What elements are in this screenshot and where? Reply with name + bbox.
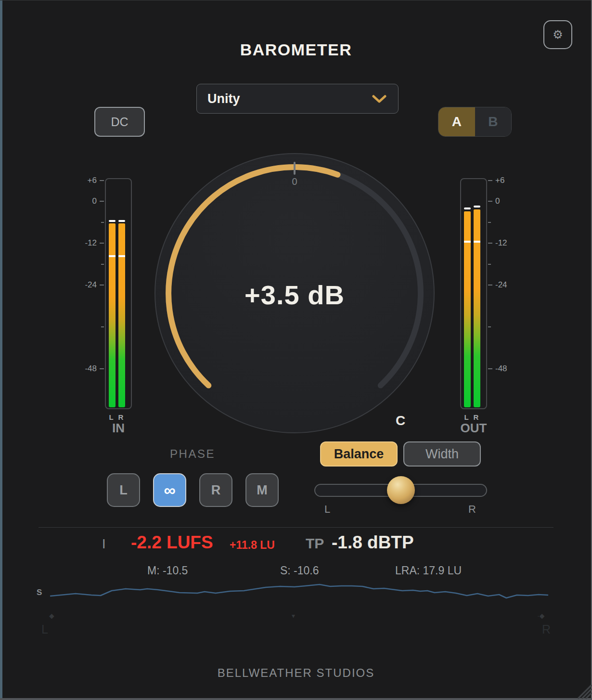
phase-button-inf[interactable]: ∞	[153, 473, 186, 507]
meter-in-channel-label: L	[108, 413, 115, 421]
meter-scale-tick	[488, 368, 492, 369]
preset-value: Unity	[207, 91, 240, 106]
meter-scale-tick	[100, 285, 104, 285]
gear-icon: ⚙	[553, 28, 563, 41]
meter-loudness-marker	[464, 241, 471, 243]
integrated-value: -2.2 LUFS	[131, 532, 213, 553]
window-edge-bottom	[0, 698, 592, 700]
stats-divider	[39, 527, 553, 528]
balance-mode-button[interactable]: Balance	[320, 441, 398, 467]
dc-button-label: DC	[111, 115, 128, 129]
meter-scale-minor-tick	[101, 326, 104, 327]
loudness-range-value: LRA: 17.9 LU	[395, 564, 462, 577]
meter-scale-label: -24	[495, 280, 507, 290]
meter-scale-label: -24	[85, 280, 97, 290]
pan-right-label: R	[542, 622, 551, 636]
balance-left-label: L	[322, 503, 333, 516]
phase-button-label: L	[119, 483, 128, 498]
phase-button-label: M	[257, 483, 268, 498]
meter-scale-label: 0	[92, 196, 97, 206]
meter-scale-tick	[488, 201, 492, 202]
ab-toggle-a[interactable]: A	[438, 107, 475, 136]
meter-scale-minor-tick	[101, 222, 104, 223]
loudness-delta-value: +11.8 LU	[230, 539, 275, 552]
knob-zero-tick	[294, 162, 296, 175]
true-peak-value: -1.8 dBTP	[332, 532, 414, 553]
ab-toggle-b[interactable]: B	[475, 107, 512, 136]
width-mode-button[interactable]: Width	[403, 441, 481, 467]
true-peak-label: TP	[306, 535, 324, 552]
dc-offset-button[interactable]: DC	[94, 107, 145, 137]
balance-slider-thumb[interactable]	[387, 476, 415, 504]
meter-loudness-marker	[474, 241, 480, 243]
window-edge-left	[0, 0, 2, 700]
meter-scale-label: 0	[495, 196, 500, 206]
meter-peak-hold	[464, 207, 471, 209]
meter-scale-minor-tick	[488, 264, 491, 265]
infinity-icon: ∞	[164, 482, 175, 498]
history-label: S	[37, 588, 42, 597]
phase-button-L[interactable]: L	[107, 473, 140, 507]
brand-footer: BELLWEATHER STUDIOS	[0, 666, 592, 680]
ab-toggle: A B	[438, 107, 512, 137]
knob-zero-label: 0	[285, 176, 304, 187]
meter-scale-label: -48	[495, 364, 507, 374]
ghost-marker-right: ·◆	[537, 612, 544, 620]
meter-in-bar-r	[118, 223, 125, 407]
meter-scale-tick	[100, 201, 104, 202]
meter-scale-tick	[100, 180, 104, 181]
meter-out-bar-r	[474, 209, 480, 407]
window-edge-top	[0, 0, 592, 0]
meter-scale-label: -48	[85, 364, 97, 374]
gain-value-readout: +3.5 dB	[198, 278, 391, 312]
preset-dropdown[interactable]: Unity	[196, 84, 399, 114]
phase-button-row: L∞RM	[107, 473, 279, 507]
short-term-value: S: -10.6	[280, 564, 319, 577]
meter-scale-tick	[488, 285, 492, 285]
meter-in-frame	[105, 178, 132, 409]
meter-out-frame	[460, 178, 487, 409]
meter-in: +60-12-24-48 IN LR	[105, 178, 132, 409]
phase-section-label: PHASE	[159, 447, 226, 461]
ghost-marker-center: ▾	[292, 612, 295, 620]
settings-button[interactable]: ⚙	[543, 20, 572, 49]
meter-scale-label: -12	[85, 238, 97, 248]
chevron-down-icon	[372, 95, 386, 104]
plugin-window: BAROMETER ⚙ Unity DC A B 0 +3.5 dB +60-1…	[0, 0, 592, 700]
momentary-value: M: -10.5	[147, 564, 188, 577]
phase-button-R[interactable]: R	[199, 473, 232, 507]
meter-scale-label: -12	[495, 238, 507, 248]
integrated-label: I	[102, 537, 106, 552]
meter-in-title: IN	[112, 421, 125, 436]
meter-scale-tick	[488, 243, 492, 244]
meter-in-scale: +60-12-24-48	[65, 178, 104, 409]
meter-loudness-marker	[109, 255, 116, 257]
meter-out-scale: +60-12-24-48	[488, 178, 527, 409]
meter-out-title: OUT	[461, 421, 487, 436]
meter-scale-tick	[488, 180, 492, 181]
meter-scale-tick	[100, 368, 104, 369]
meter-in-bar-l	[109, 223, 116, 407]
meter-peak-hold	[474, 206, 480, 207]
ghost-marker-left: ◆	[49, 612, 54, 620]
meter-loudness-marker	[118, 255, 125, 257]
short-term-history-graph	[46, 580, 553, 609]
meter-scale-minor-tick	[101, 264, 104, 265]
phase-button-label: R	[211, 483, 221, 498]
balance-right-label: R	[466, 503, 478, 516]
pan-left-label: L	[41, 622, 48, 636]
meter-scale-label: +6	[88, 176, 97, 185]
meter-scale-label: +6	[495, 176, 504, 185]
meter-in-channel-label: R	[117, 413, 124, 421]
meter-out: +60-12-24-48 OUT LR	[460, 178, 487, 409]
resize-grip-icon[interactable]	[575, 682, 592, 699]
meter-out-channel-label: L	[463, 413, 470, 421]
meter-peak-hold	[118, 220, 125, 222]
meter-scale-minor-tick	[488, 326, 491, 327]
meter-scale-tick	[100, 243, 104, 244]
meter-scale-minor-tick	[488, 222, 491, 223]
phase-button-M[interactable]: M	[245, 473, 279, 507]
page-title: BAROMETER	[0, 40, 592, 59]
meter-peak-hold	[109, 220, 116, 222]
balance-center-label: C	[391, 413, 410, 428]
